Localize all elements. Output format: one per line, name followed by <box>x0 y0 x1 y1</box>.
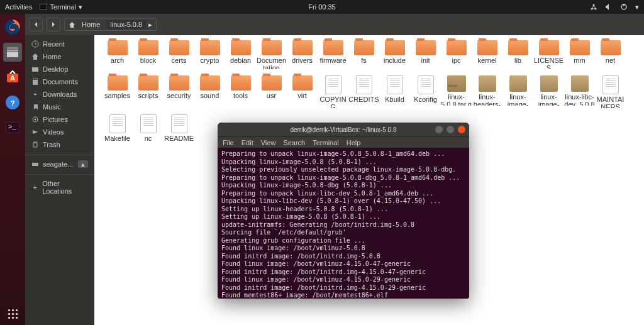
file-icon <box>325 75 341 94</box>
file-item[interactable]: linux-headers-5.0.8_5.0... <box>472 75 502 108</box>
sidebar-item-music[interactable]: Music <box>25 101 94 113</box>
file-item[interactable]: linux-image-5.0.8-dbg... <box>533 75 564 108</box>
file-item[interactable]: Kbuild <box>379 75 410 108</box>
file-item[interactable]: include <box>379 40 410 69</box>
forward-button[interactable] <box>47 18 60 31</box>
terminal-titlebar[interactable]: derrik@derrik-VirtualBox: ~/linux-5.0.8 <box>218 123 469 136</box>
appmenu-button[interactable]: Terminal ▾ <box>40 3 82 11</box>
file-label: Kbuild <box>385 96 404 108</box>
dock-software[interactable]: A <box>3 68 22 87</box>
dock-show-apps[interactable] <box>8 309 18 319</box>
dock-files[interactable] <box>3 43 22 62</box>
sidebar-item-pictures[interactable]: Pictures <box>25 113 94 126</box>
status-area[interactable]: ▾ <box>590 3 639 11</box>
folder-icon <box>601 40 621 55</box>
file-item[interactable]: kernel <box>472 40 502 69</box>
file-item[interactable]: MAINTAINERS <box>595 75 626 108</box>
pkg-icon <box>479 75 496 92</box>
dock-help[interactable]: ? <box>3 93 22 112</box>
sidebar-item-downloads[interactable]: Downloads <box>25 88 94 101</box>
pathbar[interactable]: Home linux-5.0.8 ▸ <box>64 18 157 31</box>
dock-firefox[interactable] <box>3 18 22 36</box>
desktop-icon <box>31 65 39 73</box>
menu-search[interactable]: Search <box>283 139 305 146</box>
file-item[interactable]: LICENSES <box>533 40 564 69</box>
sidebar-mount[interactable]: seagate...▴ <box>25 155 94 170</box>
pathbar-home[interactable]: Home <box>78 20 104 29</box>
file-item[interactable]: linux-image-5.0.8_5.0... <box>502 75 533 108</box>
file-item[interactable]: security <box>164 75 194 108</box>
menu-file[interactable]: File <box>223 139 234 146</box>
sidebar-item-recent[interactable]: Recent <box>25 38 94 50</box>
sidebar-item-desktop[interactable]: Desktop <box>25 63 94 75</box>
sidebar-item-home[interactable]: Home <box>25 50 94 63</box>
maximize-button[interactable] <box>447 126 454 133</box>
file-item[interactable]: certs <box>164 40 194 69</box>
file-label: kernel <box>478 57 497 69</box>
close-button[interactable] <box>458 126 465 133</box>
nautilus-headerbar: Home linux-5.0.8 ▸ <box>25 14 644 35</box>
svg-text:>_: >_ <box>8 123 16 130</box>
file-item[interactable]: fs <box>348 40 379 69</box>
sidebar-item-documents[interactable]: Documents <box>25 75 94 88</box>
file-item[interactable]: nc <box>133 114 164 147</box>
folder-icon <box>416 40 436 55</box>
clock[interactable]: Fri 00:35 <box>308 3 335 11</box>
folder-icon <box>570 40 590 55</box>
menu-view[interactable]: View <box>261 139 276 146</box>
tar-icon <box>447 75 466 92</box>
file-item[interactable]: README <box>164 114 194 147</box>
menu-help[interactable]: Help <box>347 139 361 146</box>
pictures-icon <box>31 116 39 123</box>
file-item[interactable]: COPYING <box>318 75 348 108</box>
file-item[interactable]: sound <box>194 75 225 108</box>
menu-terminal[interactable]: Terminal <box>313 139 339 146</box>
file-label: linux-image-5.0.8-dbg... <box>533 93 564 106</box>
terminal-output[interactable]: Preparing to unpack linux-image-5.0.8_5.… <box>218 148 469 299</box>
file-item[interactable]: block <box>133 40 164 69</box>
file-item[interactable]: linux-libc-dev_5.0.8-1_amd64... <box>564 75 595 108</box>
file-item[interactable]: debian <box>225 40 256 69</box>
file-item[interactable]: Kconfig <box>410 75 441 108</box>
sidebar-other-locations[interactable]: +Other Locations <box>25 174 94 197</box>
file-item[interactable]: Documentation <box>256 40 287 69</box>
minimize-button[interactable] <box>435 126 443 133</box>
back-button[interactable] <box>29 18 43 31</box>
sidebar-item-videos[interactable]: Videos <box>25 126 94 138</box>
file-item[interactable]: init <box>410 40 441 69</box>
file-item[interactable]: mm <box>564 40 595 69</box>
file-label: ipc <box>452 57 460 69</box>
file-label: certs <box>172 57 187 69</box>
folder-icon <box>292 40 313 55</box>
file-item[interactable]: net <box>595 40 626 69</box>
file-item[interactable]: lib <box>502 40 533 69</box>
file-item[interactable]: linux-5.0.8.tar.gz <box>441 75 472 108</box>
file-item[interactable]: scripts <box>133 75 164 108</box>
file-item[interactable]: tools <box>225 75 256 108</box>
file-item[interactable]: firmware <box>318 40 348 69</box>
file-item[interactable]: Makefile <box>102 114 133 147</box>
activities-button[interactable]: Activities <box>5 3 32 11</box>
dock-terminal[interactable]: >_ <box>3 118 22 137</box>
pathbar-current[interactable]: linux-5.0.8 <box>106 20 146 29</box>
file-item[interactable]: drivers <box>287 40 318 69</box>
eject-icon[interactable]: ▴ <box>78 160 88 168</box>
volume-icon <box>605 3 613 11</box>
file-label: net <box>606 57 615 69</box>
file-item[interactable]: virt <box>287 75 318 108</box>
file-item[interactable]: ipc <box>441 40 472 69</box>
nautilus-sidebar: RecentHomeDesktopDocumentsDownloadsMusic… <box>25 35 94 325</box>
file-item[interactable]: usr <box>256 75 287 108</box>
music-icon <box>31 103 39 111</box>
file-label: linux-libc-dev_5.0.8-1_amd64... <box>564 93 595 106</box>
file-item[interactable]: samples <box>102 75 133 108</box>
svg-rect-1 <box>40 4 47 9</box>
svg-point-22 <box>35 119 36 121</box>
file-item[interactable]: crypto <box>194 40 225 69</box>
gnome-topbar: Activities Terminal ▾ Fri 00:35 ▾ <box>0 0 644 14</box>
menu-edit[interactable]: Edit <box>242 139 253 146</box>
file-item[interactable]: CREDITS <box>348 75 379 108</box>
sidebar-item-trash[interactable]: Trash <box>25 138 94 151</box>
file-item[interactable]: arch <box>102 40 133 69</box>
folder-icon <box>292 75 313 91</box>
